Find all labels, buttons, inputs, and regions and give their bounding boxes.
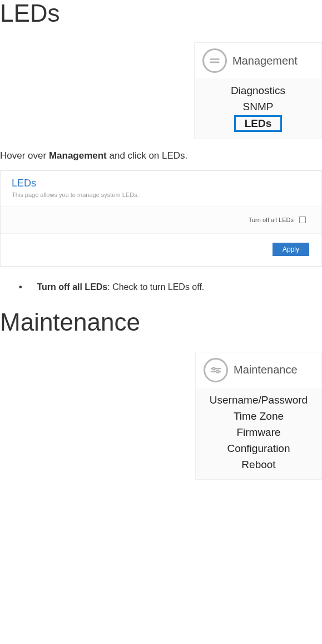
management-menu-graphic: Management Diagnostics SNMP LEDs — [194, 42, 322, 139]
svg-point-5 — [217, 370, 219, 372]
section-title-leds: LEDs — [0, 0, 322, 42]
submenu-item-reboot[interactable]: Reboot — [236, 457, 281, 473]
leds-panel-footer: Apply — [1, 234, 321, 266]
bullet-marker: • — [19, 282, 34, 292]
instruction-text: Hover over Management and click on LEDs. — [0, 139, 322, 170]
menu-header-management[interactable]: Management — [195, 43, 321, 78]
instruction-pre: Hover over — [0, 150, 49, 161]
apply-button[interactable]: Apply — [273, 243, 309, 256]
maintenance-menu-graphic: Maintenance Username/Password Time Zone … — [195, 352, 322, 480]
maintenance-submenu: Username/Password Time Zone Firmware Con… — [196, 388, 321, 479]
submenu-item-snmp[interactable]: SNMP — [237, 99, 279, 115]
menu-equals-icon — [202, 48, 227, 73]
menu-label-maintenance: Maintenance — [234, 363, 298, 376]
management-submenu: Diagnostics SNMP LEDs — [195, 78, 321, 139]
menu-header-maintenance[interactable]: Maintenance — [196, 352, 321, 388]
submenu-item-diagnostics[interactable]: Diagnostics — [225, 83, 291, 99]
bullet-bold: Turn off all LEDs — [37, 282, 107, 292]
submenu-item-time-zone[interactable]: Time Zone — [228, 409, 289, 424]
instruction-bold: Management — [49, 150, 107, 161]
svg-point-4 — [212, 367, 215, 370]
turnoff-leds-checkbox[interactable] — [299, 217, 306, 223]
leds-panel-title: LEDs — [1, 171, 321, 190]
submenu-item-username-password[interactable]: Username/Password — [204, 392, 313, 408]
sliders-icon — [204, 358, 228, 382]
leds-panel-body: Turn off all LEDs — [1, 206, 321, 234]
bullet-rest: : Check to turn LEDs off. — [107, 282, 204, 292]
submenu-item-leds[interactable]: LEDs — [234, 115, 283, 132]
submenu-item-configuration[interactable]: Configuration — [221, 441, 295, 456]
turnoff-leds-label: Turn off all LEDs — [249, 217, 294, 223]
instruction-post: and click on LEDs. — [107, 150, 188, 161]
menu-label-management: Management — [232, 55, 298, 67]
section-title-maintenance: Maintenance — [0, 309, 322, 351]
submenu-item-firmware[interactable]: Firmware — [231, 425, 286, 440]
leds-panel-subtitle: This page allows you to manage system LE… — [1, 190, 321, 206]
leds-panel: LEDs This page allows you to manage syst… — [0, 170, 322, 267]
bullet-turnoff-leds: • Turn off all LEDs: Check to turn LEDs … — [0, 279, 322, 309]
